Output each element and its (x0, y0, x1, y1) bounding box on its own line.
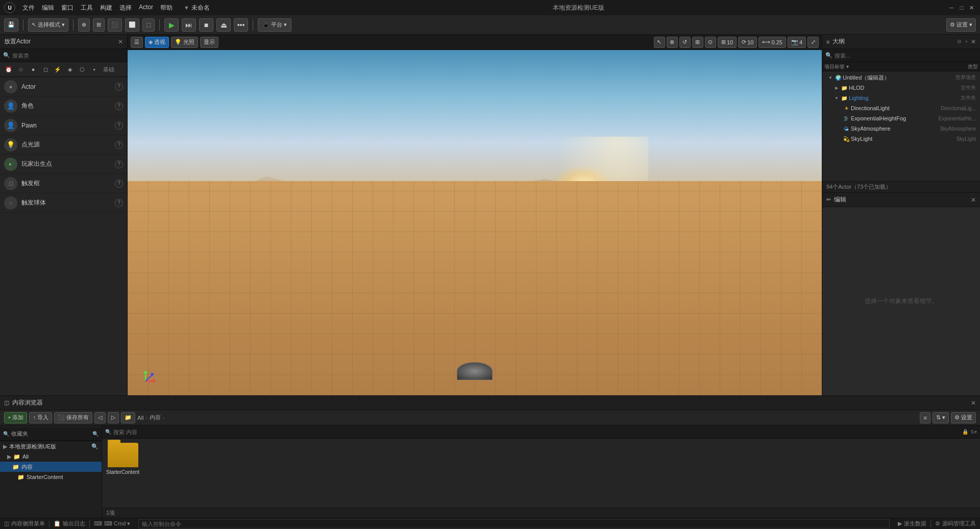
cb-sidebar-content[interactable]: 📁 内容 (0, 462, 102, 472)
editor-close[interactable]: ✕ (971, 196, 976, 204)
actor-help-triggerbox[interactable]: ? (115, 180, 123, 188)
cb-all-btn[interactable]: 📁 (121, 412, 135, 423)
outliner-add-icon[interactable]: + (965, 39, 968, 44)
stop-button[interactable]: ■ (199, 18, 213, 32)
status-output-log[interactable]: 📋 输出日志 (54, 520, 85, 527)
vp-orbit-tool[interactable]: ⊙ (705, 37, 716, 48)
vp-refresh-tool[interactable]: ↺ (679, 37, 691, 48)
tab-visual[interactable]: ⬡ (77, 64, 88, 74)
menu-actor[interactable]: Actor (136, 3, 156, 13)
status-derive[interactable]: ▶ 派生数据 (898, 520, 926, 527)
status-content-browser[interactable]: ◫ 内容侧滑菜单 (4, 520, 45, 527)
actor-help-pointlight[interactable]: ? (115, 141, 123, 149)
cb-search-icon2[interactable]: 🔍 (92, 431, 99, 437)
actor-help-playerspawn[interactable]: ? (115, 160, 123, 168)
build-button[interactable]: ⬛ (108, 18, 122, 32)
menu-tools[interactable]: 工具 (78, 3, 96, 13)
actor-search-input[interactable] (12, 53, 124, 59)
actor-item-pawn[interactable]: 👤 Pawn ? (0, 116, 127, 135)
cb-close[interactable]: ✕ (971, 399, 976, 407)
menu-file[interactable]: 文件 (19, 3, 38, 13)
tree-fog[interactable]: 🌫 ExponentialHeightFog ExponentialHe... (822, 113, 980, 123)
tree-world[interactable]: ▼ 🌍 Untitled（编辑器） 世界场景 (822, 72, 980, 83)
outliner-search-input[interactable] (835, 53, 977, 59)
vp-lighting-button[interactable]: 💡 光照 (171, 37, 198, 48)
select-mode-button[interactable]: ↖ 选择模式 ▾ (28, 18, 68, 32)
vp-grid-size[interactable]: ⊞ 10 (718, 37, 737, 48)
cb-filter-button[interactable]: ≡ (920, 412, 930, 423)
minimize-button[interactable]: ─ (947, 4, 955, 12)
actor-item-actor[interactable]: ● Actor ? (0, 77, 127, 96)
ue-logo[interactable]: U (4, 2, 15, 13)
vp-perspective-button[interactable]: ◈ 透视 (145, 37, 169, 48)
vp-cam-speed[interactable]: 📷 4 (788, 37, 806, 48)
tab-recent[interactable]: ⏰ (3, 64, 14, 74)
settings-button[interactable]: ⚙ 设置 ▾ (946, 18, 976, 32)
tab-cinematic[interactable]: ◈ (64, 64, 76, 74)
actor-help-triggersphere[interactable]: ? (115, 199, 123, 207)
actor-item-triggerbox[interactable]: ◻ 触发框 ? (0, 174, 127, 193)
select-all-button[interactable]: ⬜ (125, 18, 139, 32)
vp-angle-size[interactable]: ⟳ 10 (738, 37, 757, 48)
menu-select[interactable]: 选择 (116, 3, 135, 13)
tab-volumes[interactable]: ▪ (89, 64, 100, 74)
cb-lock-icon[interactable]: 🔒 (962, 429, 968, 435)
menu-build[interactable]: 构建 (97, 3, 115, 13)
tab-lights[interactable]: ◻ (40, 64, 51, 74)
tree-skyatmosphere[interactable]: 🌤 SkyAtmosphere SkyAtmosphere (822, 123, 980, 134)
cb-add-button[interactable]: + 添加 (4, 412, 27, 423)
cb-import-button[interactable]: ↑ 导入 (29, 412, 52, 423)
breadcrumb-all[interactable]: All (136, 415, 144, 421)
actor-item-playerspawn[interactable]: ▸ 玩家出生点 ? (0, 155, 127, 174)
actor-help-actor[interactable]: ? (115, 83, 123, 91)
menu-edit[interactable]: 编辑 (39, 3, 57, 13)
cb-sidebar-all[interactable]: ▶ 📁 All (0, 451, 102, 462)
status-source-control[interactable]: ⚙ 源码管理工具 (935, 520, 976, 527)
outliner-close[interactable]: ✕ (971, 38, 976, 45)
vp-scale-size[interactable]: ⟷ 0.25 (758, 37, 786, 48)
platform-button[interactable]: 📱 平台 ▾ (258, 18, 291, 32)
tree-directional[interactable]: ☀ DirectionalLight DirectionalLig... (822, 103, 980, 113)
cb-forward-button[interactable]: ▷ (108, 412, 119, 423)
viewport-canvas[interactable] (128, 50, 822, 395)
close-button[interactable]: ✕ (968, 4, 976, 12)
tree-hlod[interactable]: ▶ 📁 HLOD 文件夹 (822, 83, 980, 93)
folder-starter-content[interactable]: StarterContent (106, 443, 139, 475)
cb-save-button[interactable]: ⬛ 保存所有 (54, 412, 92, 423)
actor-item-character[interactable]: 👤 角色 ? (0, 96, 127, 116)
transform-button[interactable]: ⊕ (78, 18, 90, 32)
tree-lighting[interactable]: ▼ 📁 Lighting 文件夹 (822, 93, 980, 103)
skip-button[interactable]: ⏭ (182, 18, 196, 32)
actor-help-pawn[interactable]: ? (115, 121, 123, 130)
vp-select-tool[interactable]: ↖ (654, 37, 665, 48)
menu-help[interactable]: 帮助 (157, 3, 176, 13)
console-input[interactable] (138, 519, 890, 528)
toolbar-save-button[interactable]: 💾 (4, 18, 18, 32)
cb-content-search-input[interactable] (113, 429, 960, 435)
cb-sidebar-starter[interactable]: 📁 StarterContent (0, 472, 102, 482)
actor-help-character[interactable]: ? (115, 102, 123, 110)
cb-sort-button[interactable]: ⇅ ▾ (933, 412, 949, 423)
extra-button[interactable]: ⬚ (142, 18, 155, 32)
cb-back-button[interactable]: ◁ (94, 412, 106, 423)
cb-sidebar-local[interactable]: ▶ 本地资源检测UE版 🔍 (0, 441, 102, 451)
restore-button[interactable]: □ (958, 4, 966, 12)
menu-window[interactable]: 窗口 (58, 3, 77, 13)
actor-item-pointlight[interactable]: 💡 点光源 ? (0, 135, 127, 155)
vp-add-tool[interactable]: ⊕ (667, 37, 678, 48)
cb-settings-button[interactable]: ⚙ 设置 (951, 412, 976, 423)
vp-expand-tool[interactable]: ⤢ (807, 37, 819, 48)
outliner-settings-icon[interactable]: ⚙ (957, 39, 962, 44)
tab-basic[interactable]: ● (28, 64, 39, 74)
tree-skylight[interactable]: 💫 SkyLight SkyLight (822, 134, 980, 144)
more-button[interactable]: ••• (234, 18, 248, 32)
snap-button[interactable]: ⊞ (93, 18, 105, 32)
play-button[interactable]: ▶ (164, 18, 179, 32)
eject-button[interactable]: ⏏ (216, 18, 231, 32)
tab-shapes[interactable]: ⚡ (52, 64, 63, 74)
actor-item-triggersphere[interactable]: ○ 触发球体 ? (0, 193, 127, 213)
vp-menu-button[interactable]: ☰ (131, 37, 143, 48)
status-cmd[interactable]: ⌨ ⌨ Cmd ▾ (94, 520, 130, 527)
vp-move-tool[interactable]: ⊞ (692, 37, 703, 48)
tab-favorite[interactable]: ☆ (15, 64, 27, 74)
